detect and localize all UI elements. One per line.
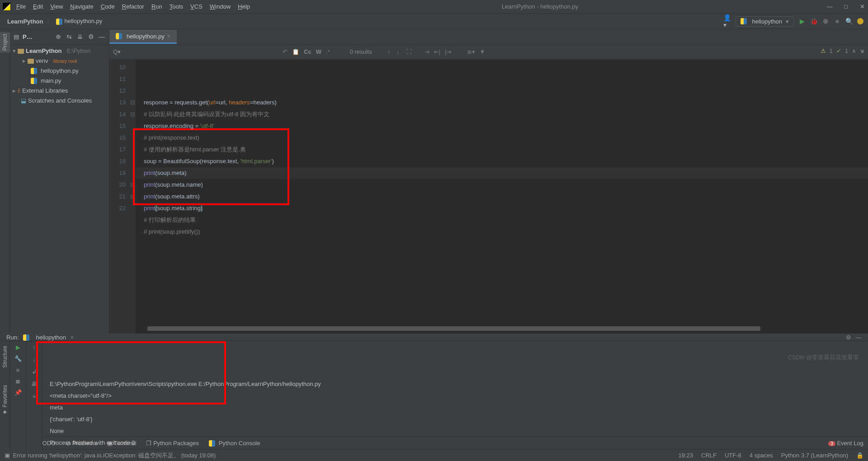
breadcrumb-file[interactable]: hellopython.py <box>53 17 105 26</box>
status-eol[interactable]: CRLF <box>701 452 717 459</box>
tree-scratches[interactable]: ⬓ Scratches and Consoles <box>11 96 108 106</box>
lock-icon[interactable]: 🔒 <box>856 452 863 459</box>
search-icon[interactable]: Q▾ <box>113 48 119 55</box>
indent-left-icon[interactable]: ⇤| <box>434 48 440 55</box>
run-toolbar-2: ↑ ↓ ↲ 🖶 » <box>26 341 42 451</box>
hide-icon[interactable]: — <box>856 334 862 341</box>
menu-vcs[interactable]: VCS <box>187 1 206 12</box>
fold-gutter[interactable]: ⊟⊟⊟⊟ <box>129 60 136 334</box>
run-console[interactable]: E:\PythonProgram\LearnPython\venv\Script… <box>42 341 868 451</box>
settings-icon[interactable]: ≣▾ <box>467 48 475 55</box>
structure-tool-tab[interactable]: Structure <box>0 344 10 370</box>
menu-navigate[interactable]: Navigate <box>66 1 97 12</box>
add-selection-icon[interactable]: ⇥ <box>425 48 429 55</box>
menu-window[interactable]: Window <box>206 1 234 12</box>
coverage-icon[interactable]: ⬣ <box>822 18 829 25</box>
stop-icon[interactable]: ■ <box>834 18 841 25</box>
stop-icon[interactable]: ■ <box>16 367 20 373</box>
close-tab-icon[interactable]: × <box>167 33 170 39</box>
editor-area: hellopython.py × Q▾ ↶ 📋 Cc W .* 0 result… <box>109 29 868 334</box>
tree-file-hellopython[interactable]: hellopython.py <box>11 66 108 76</box>
target-icon[interactable]: ⊕ <box>55 33 62 40</box>
app-logo-icon <box>3 3 11 11</box>
tab-label: hellopython.py <box>127 33 165 40</box>
python-icon <box>56 19 62 25</box>
tree-file-main[interactable]: main.py <box>11 76 108 86</box>
project-tree[interactable]: ▾ LearnPython E:\Python ▸ venv library r… <box>10 44 109 108</box>
status-indent[interactable]: 4 spaces <box>750 452 773 459</box>
code-editor[interactable]: 10111213141516171819202122 ⊟⊟⊟⊟ response… <box>109 60 868 334</box>
debug-icon[interactable]: 🐞 <box>810 18 817 25</box>
minimize-icon[interactable]: — <box>826 3 833 10</box>
print-icon[interactable]: 🖶 <box>31 381 37 387</box>
tree-project-root[interactable]: ▾ LearnPython E:\Python <box>11 46 108 56</box>
warning-icon: ⚠ <box>821 47 826 54</box>
menu-refactor[interactable]: Refactor <box>118 1 148 12</box>
user-dropdown-icon[interactable]: 👤▾ <box>724 18 731 25</box>
rerun-icon[interactable]: ▶ <box>16 344 20 351</box>
status-console-icon[interactable]: ▣ <box>5 452 10 459</box>
chevron-down-icon: ▾ <box>786 18 789 25</box>
close-icon[interactable]: ✕ <box>859 3 865 10</box>
menu-run[interactable]: Run <box>148 1 166 12</box>
menu-edit[interactable]: Edit <box>29 1 47 12</box>
menu-tools[interactable]: Tools <box>166 1 187 12</box>
find-results: 0 results <box>350 48 372 55</box>
expand-icon[interactable]: ⇆ <box>66 33 73 40</box>
project-pane: ▤ P… ⊕ ⇆ ⇊ ⚙ — ▾ LearnPython E:\Python ▸… <box>10 29 109 334</box>
up-icon[interactable]: ↑ <box>33 344 36 351</box>
indent-right-icon[interactable]: |⇥ <box>445 48 451 55</box>
close-runtab-icon[interactable]: × <box>71 334 74 341</box>
filter-icon[interactable]: ▼ <box>480 48 486 55</box>
find-word-toggle[interactable]: W <box>316 48 321 55</box>
menu-help[interactable]: Help <box>234 1 254 12</box>
run-icon[interactable]: ▶ <box>798 18 806 25</box>
tree-venv[interactable]: ▸ venv library root <box>11 56 108 66</box>
status-enc[interactable]: UTF-8 <box>725 452 741 459</box>
run-config-selector[interactable]: hellopython ▾ <box>736 16 794 27</box>
breadcrumb-project[interactable]: LearnPython <box>5 17 46 26</box>
prev-match-icon[interactable]: ↑ <box>387 48 391 55</box>
menu-view[interactable]: View <box>47 1 66 12</box>
run-toolwindow-header: Run: hellopython × ⚙ — <box>0 334 868 341</box>
status-interpreter[interactable]: Python 3.7 (LearnPython) <box>781 452 848 459</box>
more-icon[interactable]: » <box>33 393 36 400</box>
gear-icon[interactable]: ⚙ <box>846 334 851 341</box>
project-tool-tab[interactable]: Project <box>0 32 10 52</box>
menu-file[interactable]: File <box>13 1 29 12</box>
select-all-icon[interactable]: ⛶ <box>406 48 412 55</box>
horizontal-scrollbar[interactable] <box>129 326 859 331</box>
project-pane-title[interactable]: P… <box>23 33 33 40</box>
status-pos[interactable]: 19:23 <box>678 452 693 459</box>
watermark: CSDN @零里看花花里看零 <box>788 353 859 362</box>
find-paste-icon[interactable]: 📋 <box>292 48 299 55</box>
sync-indicator-icon[interactable] <box>857 18 863 24</box>
inspection-widget[interactable]: ⚠1 ✔1 ∧ ∨ <box>821 47 864 54</box>
python-icon <box>741 18 747 24</box>
tab-hellopython[interactable]: hellopython.py × <box>109 30 177 44</box>
project-view-icon: ▤ <box>14 33 19 40</box>
wrench-icon[interactable]: 🔧 <box>14 355 22 362</box>
folder-icon <box>18 49 24 54</box>
scroll-top-icon[interactable]: ∧ <box>852 47 856 54</box>
wrap-icon[interactable]: ↲ <box>32 368 37 375</box>
find-case-toggle[interactable]: Cc <box>304 48 311 55</box>
search-icon[interactable]: 🔍 <box>845 18 853 25</box>
project-pane-header: ▤ P… ⊕ ⇆ ⇊ ⚙ — <box>10 29 109 44</box>
source-text[interactable]: response = requests.get(url=url, headers… <box>136 60 868 334</box>
down-icon[interactable]: ↓ <box>33 356 36 363</box>
layout-icon[interactable]: ≣ <box>15 378 20 385</box>
find-input[interactable] <box>126 48 275 55</box>
pin-icon[interactable]: 📌 <box>14 389 22 396</box>
hide-icon[interactable]: — <box>98 33 105 40</box>
find-prev-history-icon[interactable]: ↶ <box>283 48 288 55</box>
find-regex-toggle[interactable]: .* <box>326 48 330 55</box>
favorites-tool-tab[interactable]: ★ Favorites <box>0 383 10 417</box>
menu-code[interactable]: Code <box>97 1 118 12</box>
gear-icon[interactable]: ⚙ <box>87 33 94 40</box>
collapse-icon[interactable]: ⇊ <box>76 33 84 40</box>
tree-external-libs[interactable]: ▸ ⫴ External Libraries <box>11 86 108 96</box>
next-match-icon[interactable]: ↓ <box>396 48 400 55</box>
maximize-icon[interactable]: □ <box>843 3 849 10</box>
scroll-bottom-icon[interactable]: ∨ <box>860 47 864 54</box>
